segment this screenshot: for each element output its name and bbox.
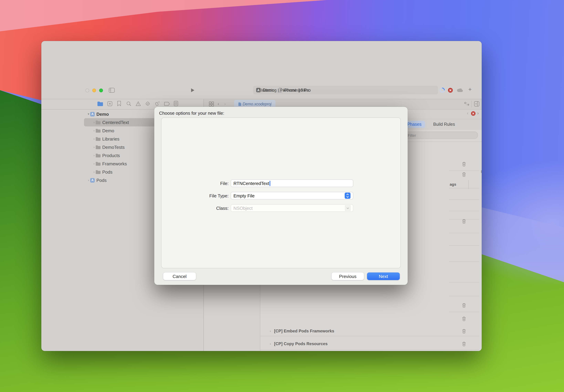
delete-phase-icon[interactable] — [462, 342, 466, 346]
folder-icon — [96, 154, 100, 157]
chevron-right-icon[interactable]: › — [269, 342, 272, 346]
folder-icon — [96, 162, 100, 166]
activity-status: Indexing | Processing files — [261, 88, 309, 93]
next-button[interactable]: Next — [367, 272, 400, 280]
progress-spinner-icon — [440, 87, 445, 93]
chevron-right-icon[interactable]: › — [92, 129, 96, 132]
previous-button[interactable]: Previous — [331, 272, 364, 280]
report-navigator-icon[interactable] — [174, 101, 178, 106]
folder-icon — [96, 120, 100, 124]
close-button[interactable] — [85, 88, 89, 92]
file-type-value: Empty File — [234, 193, 255, 198]
editor-grid-icon[interactable] — [209, 102, 214, 106]
project-navigator-icon[interactable] — [97, 102, 103, 106]
delete-phase-icon[interactable] — [462, 303, 466, 308]
xcode-project-icon: A — [90, 112, 95, 116]
desktop: A Demo › iPhone 16 Pro Indexing | Proces… — [0, 0, 564, 392]
bookmark-navigator-icon[interactable] — [117, 101, 121, 106]
run-button[interactable] — [191, 88, 194, 92]
code-review-icon[interactable] — [464, 102, 469, 106]
delete-phase-icon[interactable] — [462, 219, 466, 224]
folder-icon — [96, 129, 100, 132]
forward-navigation-icon[interactable]: › — [224, 101, 226, 106]
name-label: Name — [481, 117, 482, 121]
issue-navigator-icon[interactable] — [136, 101, 141, 106]
chevron-right-icon[interactable]: › — [92, 154, 96, 157]
file-name-value: RTNCenteredText — [234, 181, 269, 186]
test-navigator-icon[interactable] — [145, 101, 150, 106]
row-copy-pods-resources[interactable]: › [CP] Copy Pods Resources — [269, 341, 328, 346]
back-navigation-icon[interactable]: ‹ — [218, 101, 219, 106]
widths-label: Widths — [481, 178, 482, 182]
folder-icon — [96, 170, 100, 174]
error-count-badge[interactable] — [448, 88, 453, 93]
chevron-right-icon[interactable]: › — [92, 137, 96, 140]
chevron-right-icon[interactable]: › — [87, 178, 90, 182]
chevron-right-icon[interactable]: › — [92, 121, 96, 124]
jumpbar-error-badge[interactable] — [471, 111, 476, 116]
debug-navigator-icon[interactable] — [155, 101, 160, 106]
partial-tags-label: ags — [450, 182, 456, 186]
fullpath-label: Full Path — [481, 140, 482, 144]
chevron-down-icon[interactable]: ▾ — [87, 112, 90, 116]
file-type-popup[interactable]: Empty File — [231, 192, 353, 199]
cloud-icon — [457, 88, 463, 92]
delete-phase-icon[interactable] — [462, 172, 466, 177]
add-editor-icon[interactable] — [474, 101, 479, 106]
add-toolbar-item-icon[interactable]: + — [468, 86, 472, 93]
chevron-right-icon[interactable]: › — [269, 329, 272, 333]
editor-tab-label: Demo.xcodeproj — [243, 102, 271, 106]
class-placeholder: NSObject — [234, 206, 253, 211]
file-type-label: File Type: — [187, 193, 229, 198]
folder-icon — [96, 145, 100, 149]
text-cursor — [270, 181, 270, 186]
project-file-icon — [238, 102, 241, 106]
delete-phase-icon[interactable] — [462, 317, 466, 321]
dialog-title: Choose options for your new file: — [159, 111, 224, 116]
find-navigator-icon[interactable] — [126, 101, 131, 106]
breakpoint-navigator-icon[interactable] — [164, 102, 170, 106]
minimize-button[interactable] — [92, 88, 96, 92]
popup-stepper-icon — [345, 193, 351, 199]
combo-chevron-icon — [345, 205, 351, 211]
location-label: Location — [481, 126, 482, 131]
file-name-input[interactable]: RTNCenteredText — [231, 180, 353, 187]
file-label: File: — [187, 181, 229, 186]
xcode-project-icon: A — [90, 178, 95, 182]
chevron-right-icon[interactable]: › — [92, 145, 96, 149]
folder-icon — [96, 137, 100, 141]
source-control-navigator-icon[interactable] — [108, 101, 112, 106]
class-label: Class: — [187, 206, 229, 211]
scheme-app-icon: A — [256, 88, 261, 92]
delete-phase-icon[interactable] — [462, 329, 466, 334]
class-combobox: NSObject — [231, 204, 353, 212]
chevron-right-icon[interactable]: › — [92, 170, 96, 174]
toggle-navigator-icon[interactable] — [109, 88, 115, 93]
indent-using-label: Indent Using — [476, 169, 482, 174]
cancel-button[interactable]: Cancel — [163, 272, 196, 280]
zoom-button[interactable] — [99, 88, 103, 92]
new-file-options-dialog: Choose options for your new file: File: … — [154, 107, 408, 285]
previous-issue-icon[interactable]: ‹ — [467, 111, 468, 116]
delete-phase-icon[interactable] — [462, 162, 466, 166]
next-issue-icon[interactable]: › — [477, 111, 479, 116]
filter-placeholder: Filter — [408, 133, 416, 137]
tab-build-rules[interactable]: Build Rules — [433, 122, 455, 127]
row-embed-pods-frameworks[interactable]: › [CP] Embed Pods Frameworks — [269, 329, 334, 334]
build-phases-filter-input[interactable]: Filter — [399, 132, 478, 139]
chevron-right-icon[interactable]: › — [92, 162, 96, 165]
